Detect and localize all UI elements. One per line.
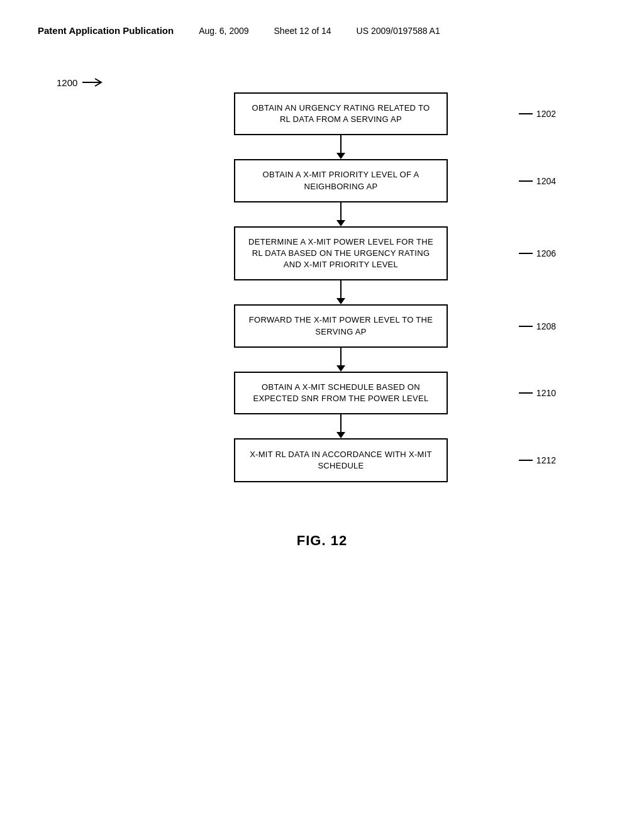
arrow-line-4 [340, 348, 341, 365]
step-wrapper-1208: FORWARD THE X-MIT POWER LEVEL TO THE SER… [75, 304, 606, 347]
ref-num-1212: 1212 [536, 455, 556, 465]
flowchart: OBTAIN AN URGENCY RATING RELATED TO RL D… [75, 67, 606, 482]
publication-date: Aug. 6, 2009 [199, 26, 248, 36]
step-wrapper-1206: DETERMINE A X-MIT POWER LEVEL FOR THE RL… [75, 226, 606, 281]
step-text-1208: FORWARD THE X-MIT POWER LEVEL TO THE SER… [248, 314, 434, 337]
diagram-area: 1200 OBTAIN AN URGENCY RATING RELATED TO… [38, 67, 606, 482]
page-header: Patent Application Publication Aug. 6, 2… [38, 25, 606, 36]
ref-1206: 1206 [519, 248, 556, 258]
arrow-head-5 [336, 432, 345, 438]
arrow-line-5 [340, 414, 341, 432]
step-text-1206: DETERMINE A X-MIT POWER LEVEL FOR THE RL… [248, 236, 434, 271]
step-text-1210: OBTAIN A X-MIT SCHEDULE BASED ON EXPECTE… [248, 382, 434, 404]
arrow-head-2 [336, 220, 345, 226]
arrow-head-1 [336, 153, 345, 159]
arrow-head-4 [336, 365, 345, 372]
step-text-1204: OBTAIN A X-MIT PRIORITY LEVEL OF A NEIGH… [248, 169, 434, 192]
ref-line-1204 [519, 180, 533, 182]
ref-num-1208: 1208 [536, 321, 556, 331]
ref-line-1208 [519, 326, 533, 327]
step-box-1206: DETERMINE A X-MIT POWER LEVEL FOR THE RL… [234, 226, 448, 281]
ref-num-1202: 1202 [536, 109, 556, 119]
ref-1202: 1202 [519, 109, 556, 119]
step-wrapper-1204: OBTAIN A X-MIT PRIORITY LEVEL OF A NEIGH… [75, 159, 606, 202]
ref-line-1210 [519, 392, 533, 394]
arrow-line-1 [340, 135, 341, 153]
flow-id-text: 1200 [57, 77, 77, 88]
arrow-1 [336, 135, 345, 159]
arrow-2 [336, 202, 345, 226]
ref-1210: 1210 [519, 388, 556, 398]
arrow-head-3 [336, 298, 345, 304]
patent-number: US 2009/0197588 A1 [357, 26, 440, 36]
step-box-1202: OBTAIN AN URGENCY RATING RELATED TO RL D… [234, 92, 448, 135]
ref-num-1206: 1206 [536, 248, 556, 258]
step-wrapper-1212: X-MIT RL DATA IN ACCORDANCE WITH X-MIT S… [75, 438, 606, 482]
arrow-line-2 [340, 202, 341, 220]
publication-label: Patent Application Publication [38, 25, 174, 36]
step-box-1212: X-MIT RL DATA IN ACCORDANCE WITH X-MIT S… [234, 438, 448, 482]
step-wrapper-1210: OBTAIN A X-MIT SCHEDULE BASED ON EXPECTE… [75, 372, 606, 414]
arrow-5 [336, 414, 345, 438]
arrow-3 [336, 280, 345, 304]
ref-num-1204: 1204 [536, 176, 556, 186]
ref-line-1212 [519, 460, 533, 461]
step-box-1208: FORWARD THE X-MIT POWER LEVEL TO THE SER… [234, 304, 448, 347]
step-box-1210: OBTAIN A X-MIT SCHEDULE BASED ON EXPECTE… [234, 372, 448, 414]
ref-line-1202 [519, 113, 533, 114]
figure-caption: FIG. 12 [38, 533, 606, 549]
ref-1212: 1212 [519, 455, 556, 465]
ref-1204: 1204 [519, 176, 556, 186]
ref-num-1210: 1210 [536, 388, 556, 398]
ref-1208: 1208 [519, 321, 556, 331]
step-wrapper-1202: OBTAIN AN URGENCY RATING RELATED TO RL D… [75, 92, 606, 135]
sheet-info: Sheet 12 of 14 [274, 26, 331, 36]
page: Patent Application Publication Aug. 6, 2… [0, 0, 644, 830]
step-text-1202: OBTAIN AN URGENCY RATING RELATED TO RL D… [248, 102, 434, 125]
step-text-1212: X-MIT RL DATA IN ACCORDANCE WITH X-MIT S… [248, 449, 434, 472]
arrow-4 [336, 348, 345, 372]
arrow-line-3 [340, 280, 341, 298]
step-box-1204: OBTAIN A X-MIT PRIORITY LEVEL OF A NEIGH… [234, 159, 448, 202]
ref-line-1206 [519, 253, 533, 254]
